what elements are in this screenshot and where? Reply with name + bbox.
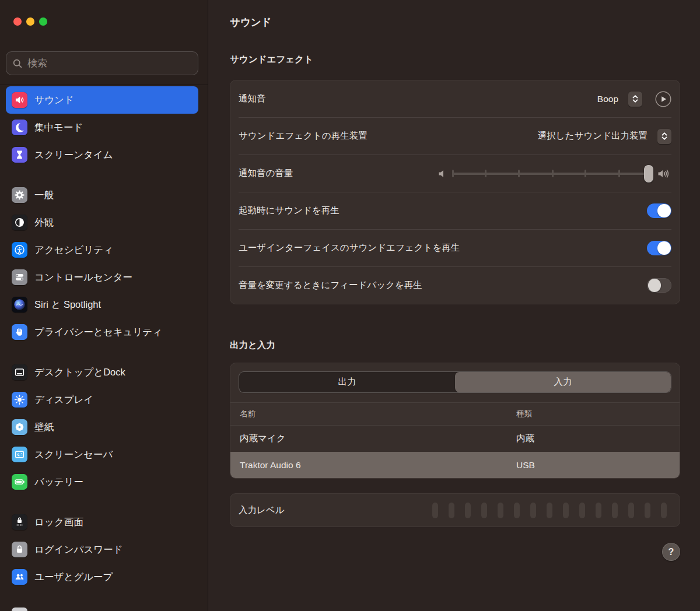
lock-dots-icon	[12, 514, 27, 530]
level-meter-segment	[514, 503, 520, 518]
column-header-type[interactable]: 種類	[516, 409, 680, 419]
sidebar-item[interactable]: 一般	[6, 181, 198, 209]
sidebar-item-label: Siri と Spotlight	[34, 299, 101, 311]
level-meter-segment	[579, 503, 585, 518]
slider-track[interactable]	[453, 165, 652, 182]
device-row[interactable]: 内蔵マイク内蔵	[230, 426, 680, 452]
sidebar-item[interactable]: 集中モード	[6, 114, 198, 141]
sidebar-item-label: デスクトップとDock	[34, 366, 125, 379]
segment-tab[interactable]: 入力	[455, 372, 671, 392]
device-type: USB	[516, 460, 680, 470]
sidebar-item[interactable]: 壁紙	[6, 413, 198, 441]
sidebar-item[interactable]: デスクトップとDock	[6, 359, 198, 386]
output-input-segmented-control: 出力入力	[239, 371, 671, 393]
level-meter-segment	[530, 503, 536, 518]
sidebar-item-label: アクセシビリティ	[34, 244, 113, 257]
sidebar-item[interactable]: コントロールセンター	[6, 264, 198, 291]
settings-row: ユーザインターフェイスのサウンドエフェクトを再生	[230, 230, 680, 266]
hand-icon	[12, 324, 27, 340]
level-meter-segment	[465, 503, 471, 518]
sidebar-item-label: ログインパスワード	[34, 543, 123, 556]
lock-icon	[12, 542, 27, 557]
toggle-switch[interactable]	[647, 241, 671, 256]
minimize-window-button[interactable]	[26, 17, 34, 26]
appearance-icon	[12, 215, 27, 230]
settings-row: 通知音の音量	[230, 155, 680, 192]
sidebar-item-label: ユーザとグループ	[34, 571, 113, 584]
hourglass-icon	[12, 147, 27, 163]
settings-row-label: 通知音	[239, 93, 592, 105]
search-input[interactable]: 検索	[6, 51, 198, 75]
slider-thumb[interactable]	[644, 165, 653, 182]
input-level-card: 入力レベル	[230, 493, 680, 527]
device-row[interactable]: Traktor Audio 6USB	[230, 452, 680, 478]
sound-effects-heading: サウンドエフェクト	[230, 54, 680, 66]
settings-nav-list: サウンド集中モードスクリーンタイム一般外観アクセシビリティコントロールセンターS…	[0, 85, 208, 611]
page-title: サウンド	[230, 15, 680, 29]
volume-slider	[438, 165, 671, 182]
sidebar-group-2: 一般外観アクセシビリティコントロールセンターSiri と Spotlightプラ…	[6, 181, 198, 346]
control-center-icon	[12, 269, 27, 285]
flower-icon	[12, 419, 27, 435]
sidebar-item-label: 外観	[34, 216, 54, 229]
segment-tab[interactable]: 出力	[239, 372, 455, 392]
speaker-icon	[12, 92, 27, 108]
sidebar-item-label: 集中モード	[34, 121, 83, 134]
search-container: 検索	[0, 38, 208, 85]
sidebar-item[interactable]: ログインパスワード	[6, 536, 198, 563]
sidebar-item[interactable]: ディスプレイ	[6, 386, 198, 413]
battery-icon	[12, 474, 27, 490]
zoom-window-button[interactable]	[39, 17, 47, 26]
sidebar-group-1: サウンド集中モードスクリーンタイム	[6, 86, 198, 168]
toggle-knob	[657, 204, 671, 217]
settings-row: 音量を変更するときにフィードバックを再生	[230, 267, 680, 304]
sidebar-item[interactable]: アクセシビリティ	[6, 236, 198, 264]
settings-row: サウンドエフェクトの再生装置選択したサウンド出力装置	[230, 118, 680, 154]
output-input-card: 出力入力 名前 種類 内蔵マイク内蔵Traktor Audio 6USB	[230, 363, 680, 479]
toggle-switch[interactable]	[647, 278, 671, 293]
settings-row-label: ユーザインターフェイスのサウンドエフェクトを再生	[239, 242, 641, 254]
stepper-chevrons-icon[interactable]	[657, 129, 671, 144]
speaker-low-icon	[438, 168, 447, 179]
sidebar-item[interactable]: ユーザとグループ	[6, 563, 198, 591]
sidebar-group-3: デスクトップとDockディスプレイ壁紙スクリーンセーババッテリー	[6, 359, 198, 496]
users-icon	[12, 569, 27, 585]
level-meter-segment	[612, 503, 618, 518]
select-value[interactable]: 選択したサウンド出力装置	[538, 130, 648, 142]
sidebar-item-label: サウンド	[34, 94, 74, 107]
level-meter-segment	[481, 503, 487, 518]
slider-tick	[452, 170, 454, 177]
sidebar-item[interactable]: 外観	[6, 209, 198, 236]
toggle-knob	[648, 279, 662, 292]
sidebar-item-label: 壁紙	[34, 421, 54, 434]
sidebar-item[interactable]: スクリーンタイム	[6, 141, 198, 168]
sidebar-item[interactable]: バッテリー	[6, 468, 198, 496]
sidebar-item-partial[interactable]	[12, 608, 27, 611]
sidebar-item[interactable]: ロック画面	[6, 508, 198, 536]
play-sound-button[interactable]	[655, 91, 671, 107]
settings-row-label: サウンドエフェクトの再生装置	[239, 130, 532, 142]
device-table: 内蔵マイク内蔵Traktor Audio 6USB	[230, 426, 680, 478]
settings-row-label: 起動時にサウンドを再生	[239, 205, 641, 217]
toggle-switch[interactable]	[647, 203, 671, 219]
select-value[interactable]: Boop	[597, 94, 618, 104]
sidebar-item[interactable]: スクリーンセーバ	[6, 441, 198, 468]
sidebar-item-label: バッテリー	[34, 476, 83, 489]
device-table-header: 名前 種類	[230, 402, 680, 426]
close-window-button[interactable]	[13, 17, 22, 26]
sidebar-item-label: プライバシーとセキュリティ	[34, 326, 162, 339]
sidebar-item[interactable]: サウンド	[6, 86, 198, 114]
level-meter-segment	[449, 503, 454, 518]
sidebar-item-label: スクリーンセーバ	[34, 448, 113, 461]
column-header-name[interactable]: 名前	[230, 409, 516, 419]
sidebar: 検索 サウンド集中モードスクリーンタイム一般外観アクセシビリティコントロールセン…	[0, 0, 208, 611]
sidebar-item-label: ディスプレイ	[34, 394, 93, 406]
input-level-meter	[432, 503, 671, 518]
settings-row-label: 通知音の音量	[239, 167, 432, 180]
sidebar-item[interactable]: Siri と Spotlight	[6, 291, 198, 318]
stepper-chevrons-icon[interactable]	[628, 92, 642, 107]
sun-icon	[12, 392, 27, 408]
toggle-knob	[657, 241, 671, 255]
help-button[interactable]: ?	[662, 543, 680, 561]
sidebar-item[interactable]: プライバシーとセキュリティ	[6, 318, 198, 346]
